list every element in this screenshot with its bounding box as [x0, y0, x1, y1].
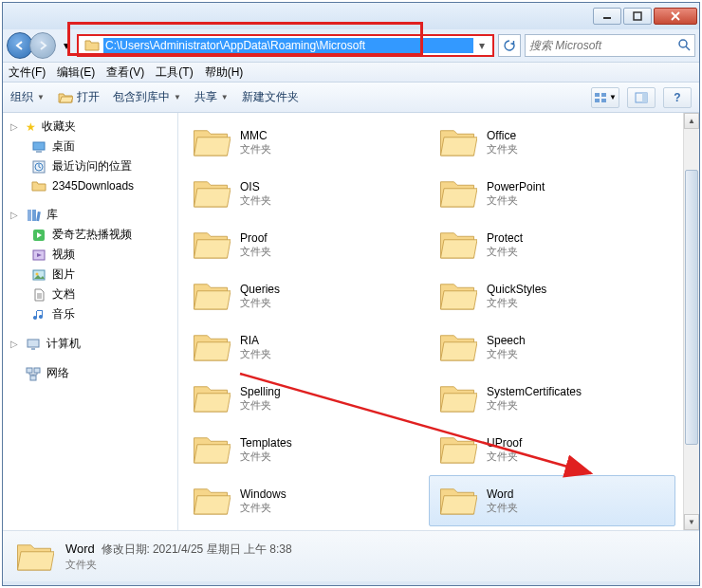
sidebar-item[interactable]: 爱奇艺热播视频 — [3, 225, 177, 245]
scroll-up[interactable]: ▲ — [684, 113, 699, 129]
menu-edit[interactable]: 编辑(E) — [57, 64, 95, 81]
scroll-thumb[interactable] — [685, 170, 698, 445]
nav-history-dropdown[interactable]: ▾ — [60, 36, 73, 55]
video-icon — [31, 248, 46, 263]
sidebar-item[interactable]: 音乐 — [3, 304, 177, 324]
content-pane[interactable]: MMC文件夹OIS文件夹Proof文件夹Queries文件夹RIA文件夹Spel… — [178, 113, 699, 530]
sidebar-network[interactable]: 网络 — [3, 363, 177, 383]
open-folder-icon — [58, 90, 73, 105]
sidebar-libraries[interactable]: ▷库 — [3, 205, 177, 225]
details-type: 文件夹 — [65, 558, 292, 572]
sidebar: ▷★收藏夹 桌面最近访问的位置2345Downloads ▷库 爱奇艺热播视频视… — [3, 113, 178, 530]
new-folder-button[interactable]: 新建文件夹 — [242, 89, 299, 105]
svg-rect-11 — [642, 93, 647, 102]
folder-icon — [191, 378, 231, 418]
menu-file[interactable]: 文件(F) — [9, 64, 46, 81]
folder-icon — [437, 276, 477, 316]
sidebar-favorites[interactable]: ▷★收藏夹 — [3, 117, 177, 137]
folder-item[interactable]: Protect文件夹 — [429, 219, 675, 270]
folder-item[interactable]: Spelling文件夹 — [182, 373, 429, 424]
details-modified: 2021/4/25 星期日 上午 8:38 — [153, 542, 292, 556]
menu-help[interactable]: 帮助(H) — [205, 64, 244, 81]
folder-icon — [191, 225, 231, 265]
menu-view[interactable]: 查看(V) — [106, 64, 144, 81]
nav-bar: ▾ ▾ — [3, 29, 699, 62]
computer-icon — [26, 337, 41, 352]
folder-item[interactable]: QuickStyles文件夹 — [429, 270, 675, 322]
folder-icon — [191, 174, 231, 213]
preview-pane-button[interactable] — [627, 87, 656, 108]
address-input[interactable] — [103, 38, 473, 53]
include-library-button[interactable]: 包含到库中▼ — [113, 89, 181, 105]
svg-rect-6 — [595, 93, 600, 97]
folder-item[interactable]: Office文件夹 — [429, 117, 675, 168]
close-button[interactable] — [654, 8, 697, 25]
forward-button[interactable] — [29, 32, 56, 59]
svg-line-5 — [686, 46, 690, 50]
folder-item[interactable]: Windows文件夹 — [182, 475, 429, 526]
folder-item[interactable]: Queries文件夹 — [182, 270, 429, 322]
sidebar-item[interactable]: 桌面 — [3, 137, 177, 156]
organize-button[interactable]: 组织▼ — [10, 89, 45, 105]
search-box[interactable] — [525, 34, 695, 57]
toolbar: 组织▼ 打开 包含到库中▼ 共享▼ 新建文件夹 ▼ ? — [3, 83, 699, 113]
folder-icon — [14, 537, 54, 577]
address-bar[interactable]: ▾ — [77, 34, 494, 57]
svg-rect-25 — [27, 368, 32, 373]
sidebar-item[interactable]: 文档 — [3, 285, 177, 304]
svg-rect-12 — [33, 142, 45, 150]
folder-icon — [191, 276, 231, 316]
folder-icon — [191, 481, 231, 521]
svg-rect-9 — [601, 99, 606, 102]
sidebar-item[interactable]: 2345Downloads — [3, 176, 177, 195]
svg-rect-17 — [32, 210, 36, 221]
details-pane: Word 修改日期: 2021/4/25 星期日 上午 8:38 文件夹 — [3, 530, 699, 581]
svg-rect-7 — [601, 93, 606, 97]
svg-point-22 — [36, 272, 39, 275]
refresh-button[interactable] — [498, 34, 521, 57]
svg-rect-13 — [36, 151, 42, 153]
folder-item[interactable]: RIA文件夹 — [182, 322, 429, 373]
svg-rect-26 — [34, 368, 40, 373]
svg-rect-16 — [28, 210, 31, 221]
svg-rect-23 — [28, 340, 39, 347]
library-icon — [26, 208, 41, 223]
folder-item[interactable]: SystemCertificates文件夹 — [429, 373, 675, 424]
folder-item[interactable]: OIS文件夹 — [182, 168, 429, 219]
document-icon — [31, 287, 46, 303]
nav-buttons — [7, 32, 56, 59]
folder-item[interactable]: MMC文件夹 — [182, 117, 429, 168]
folder-icon — [437, 481, 477, 521]
minimize-button[interactable] — [593, 8, 621, 25]
open-button[interactable]: 打开 — [58, 89, 100, 105]
search-input[interactable] — [529, 39, 677, 52]
view-options-button[interactable]: ▼ — [591, 87, 619, 108]
folder-item[interactable]: UProof文件夹 — [429, 424, 675, 475]
title-bar — [3, 3, 699, 29]
folder-icon — [31, 178, 46, 193]
folder-icon — [191, 122, 231, 162]
folder-item[interactable]: Speech文件夹 — [429, 322, 675, 373]
folder-item[interactable]: PowerPoint文件夹 — [429, 168, 675, 219]
sidebar-item[interactable]: 视频 — [3, 245, 177, 265]
sidebar-item[interactable]: 最近访问的位置 — [3, 156, 177, 176]
scrollbar[interactable]: ▲ ▼ — [683, 113, 699, 530]
music-icon — [31, 307, 46, 322]
sidebar-computer[interactable]: ▷计算机 — [3, 334, 177, 354]
search-icon[interactable] — [677, 38, 691, 54]
share-button[interactable]: 共享▼ — [194, 89, 229, 105]
folder-item[interactable]: Proof文件夹 — [182, 219, 429, 270]
sidebar-item[interactable]: 图片 — [3, 265, 177, 285]
folder-icon — [191, 430, 231, 469]
svg-rect-8 — [595, 99, 600, 102]
folder-item[interactable]: Word文件夹 — [429, 475, 675, 526]
help-button[interactable]: ? — [663, 87, 692, 108]
menu-tools[interactable]: 工具(T) — [156, 64, 193, 81]
address-dropdown[interactable]: ▾ — [473, 36, 490, 55]
folder-icon — [191, 327, 231, 367]
folder-item[interactable]: Templates文件夹 — [182, 424, 429, 475]
scroll-down[interactable]: ▼ — [684, 514, 699, 530]
body: ▷★收藏夹 桌面最近访问的位置2345Downloads ▷库 爱奇艺热播视频视… — [3, 113, 699, 530]
folder-icon — [437, 225, 477, 265]
maximize-button[interactable] — [623, 8, 652, 25]
